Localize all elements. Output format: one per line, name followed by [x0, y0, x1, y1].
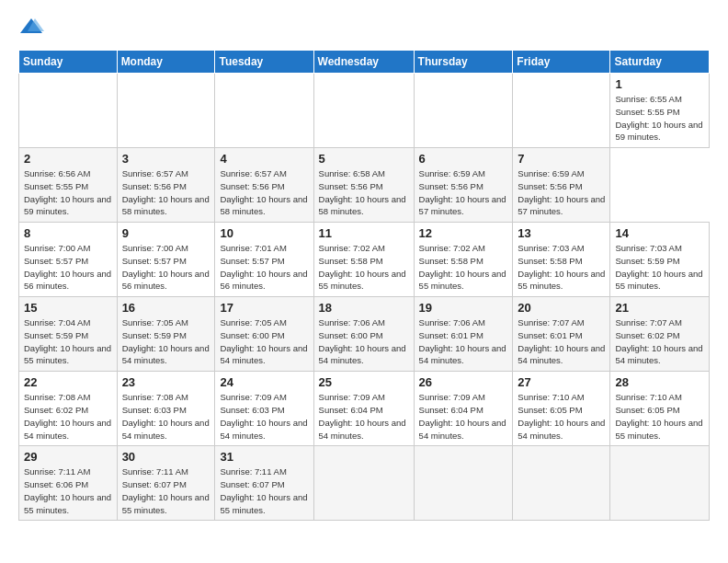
calendar-cell [414, 74, 513, 148]
day-number: 20 [518, 301, 605, 315]
day-number: 28 [615, 375, 704, 389]
header [18, 15, 710, 40]
calendar-cell [610, 446, 710, 521]
calendar-cell: 8Sunrise: 7:00 AMSunset: 5:57 PMDaylight… [19, 223, 118, 297]
day-info: Sunrise: 7:00 AMSunset: 5:57 PMDaylight:… [24, 242, 112, 293]
day-info: Sunrise: 7:09 AMSunset: 6:04 PMDaylight:… [319, 391, 409, 442]
day-info: Sunrise: 7:11 AMSunset: 6:06 PMDaylight:… [24, 465, 112, 516]
calendar-cell: 20Sunrise: 7:07 AMSunset: 6:01 PMDayligh… [513, 297, 610, 372]
day-number: 25 [319, 375, 409, 389]
calendar-header: SundayMondayTuesdayWednesdayThursdayFrid… [19, 51, 710, 74]
week-row-4: 22Sunrise: 7:08 AMSunset: 6:02 PMDayligh… [19, 372, 710, 446]
day-number: 4 [220, 152, 308, 166]
day-info: Sunrise: 6:57 AMSunset: 5:56 PMDaylight:… [220, 167, 308, 218]
day-number: 11 [319, 226, 409, 240]
day-number: 8 [24, 226, 112, 240]
day-info: Sunrise: 7:06 AMSunset: 6:01 PMDaylight:… [419, 316, 508, 367]
day-info: Sunrise: 7:03 AMSunset: 5:59 PMDaylight:… [615, 242, 704, 293]
calendar-cell: 27Sunrise: 7:10 AMSunset: 6:05 PMDayligh… [513, 372, 610, 446]
calendar-cell [313, 74, 414, 148]
day-info: Sunrise: 7:02 AMSunset: 5:58 PMDaylight:… [319, 242, 409, 293]
day-info: Sunrise: 7:10 AMSunset: 6:05 PMDaylight:… [518, 391, 605, 442]
header-day-friday: Friday [513, 51, 610, 74]
day-number: 22 [24, 375, 112, 389]
header-day-tuesday: Tuesday [215, 51, 313, 74]
calendar-cell: 10Sunrise: 7:01 AMSunset: 5:57 PMDayligh… [215, 223, 313, 297]
calendar-cell [513, 446, 610, 521]
calendar-table: SundayMondayTuesdayWednesdayThursdayFrid… [18, 50, 710, 521]
calendar-cell: 2Sunrise: 6:56 AMSunset: 5:55 PMDaylight… [19, 148, 118, 223]
day-number: 10 [220, 226, 308, 240]
header-day-thursday: Thursday [414, 51, 513, 74]
day-number: 12 [419, 226, 508, 240]
calendar-cell [414, 446, 513, 521]
header-day-wednesday: Wednesday [313, 51, 414, 74]
calendar-cell: 5Sunrise: 6:58 AMSunset: 5:56 PMDaylight… [313, 148, 414, 223]
calendar-cell: 14Sunrise: 7:03 AMSunset: 5:59 PMDayligh… [610, 223, 710, 297]
calendar-cell: 13Sunrise: 7:03 AMSunset: 5:58 PMDayligh… [513, 223, 610, 297]
day-number: 17 [220, 301, 308, 315]
day-number: 30 [122, 450, 210, 464]
day-number: 16 [122, 301, 210, 315]
header-row: SundayMondayTuesdayWednesdayThursdayFrid… [19, 51, 710, 74]
day-number: 2 [24, 152, 112, 166]
day-info: Sunrise: 7:05 AMSunset: 6:00 PMDaylight:… [220, 316, 308, 367]
day-info: Sunrise: 7:11 AMSunset: 6:07 PMDaylight:… [122, 465, 210, 516]
calendar-cell [19, 74, 118, 148]
day-number: 26 [419, 375, 508, 389]
day-info: Sunrise: 7:08 AMSunset: 6:02 PMDaylight:… [24, 391, 112, 442]
day-info: Sunrise: 7:05 AMSunset: 5:59 PMDaylight:… [122, 316, 210, 367]
calendar-cell: 23Sunrise: 7:08 AMSunset: 6:03 PMDayligh… [117, 372, 215, 446]
calendar-cell: 11Sunrise: 7:02 AMSunset: 5:58 PMDayligh… [313, 223, 414, 297]
calendar-cell: 30Sunrise: 7:11 AMSunset: 6:07 PMDayligh… [117, 446, 215, 521]
calendar-cell: 28Sunrise: 7:10 AMSunset: 6:05 PMDayligh… [610, 372, 710, 446]
day-number: 7 [518, 152, 605, 166]
day-number: 29 [24, 450, 112, 464]
calendar-cell: 1Sunrise: 6:55 AMSunset: 5:55 PMDaylight… [610, 74, 710, 148]
day-info: Sunrise: 6:57 AMSunset: 5:56 PMDaylight:… [122, 167, 210, 218]
day-number: 6 [419, 152, 508, 166]
calendar-cell: 16Sunrise: 7:05 AMSunset: 5:59 PMDayligh… [117, 297, 215, 372]
day-info: Sunrise: 6:59 AMSunset: 5:56 PMDaylight:… [518, 167, 605, 218]
header-day-saturday: Saturday [610, 51, 710, 74]
day-info: Sunrise: 7:09 AMSunset: 6:04 PMDaylight:… [419, 391, 508, 442]
calendar-cell: 18Sunrise: 7:06 AMSunset: 6:00 PMDayligh… [313, 297, 414, 372]
week-row-3: 15Sunrise: 7:04 AMSunset: 5:59 PMDayligh… [19, 297, 710, 372]
day-info: Sunrise: 7:03 AMSunset: 5:58 PMDaylight:… [518, 242, 605, 293]
calendar-cell [117, 74, 215, 148]
day-info: Sunrise: 6:56 AMSunset: 5:55 PMDaylight:… [24, 167, 112, 218]
day-info: Sunrise: 6:59 AMSunset: 5:56 PMDaylight:… [419, 167, 508, 218]
day-info: Sunrise: 7:01 AMSunset: 5:57 PMDaylight:… [220, 242, 308, 293]
calendar-cell: 6Sunrise: 6:59 AMSunset: 5:56 PMDaylight… [414, 148, 513, 223]
calendar-cell: 15Sunrise: 7:04 AMSunset: 5:59 PMDayligh… [19, 297, 118, 372]
day-number: 1 [615, 77, 704, 91]
calendar-cell: 19Sunrise: 7:06 AMSunset: 6:01 PMDayligh… [414, 297, 513, 372]
day-number: 31 [220, 450, 308, 464]
calendar-cell: 9Sunrise: 7:00 AMSunset: 5:57 PMDaylight… [117, 223, 215, 297]
calendar-cell: 17Sunrise: 7:05 AMSunset: 6:00 PMDayligh… [215, 297, 313, 372]
day-info: Sunrise: 7:07 AMSunset: 6:02 PMDaylight:… [615, 316, 704, 367]
header-day-sunday: Sunday [19, 51, 118, 74]
page: SundayMondayTuesdayWednesdayThursdayFrid… [0, 0, 728, 563]
day-number: 3 [122, 152, 210, 166]
day-number: 9 [122, 226, 210, 240]
week-row-5: 29Sunrise: 7:11 AMSunset: 6:06 PMDayligh… [19, 446, 710, 521]
week-row-1: 2Sunrise: 6:56 AMSunset: 5:55 PMDaylight… [19, 148, 710, 223]
calendar-cell: 7Sunrise: 6:59 AMSunset: 5:56 PMDaylight… [513, 148, 610, 223]
day-info: Sunrise: 7:11 AMSunset: 6:07 PMDaylight:… [220, 465, 308, 516]
day-number: 19 [419, 301, 508, 315]
day-info: Sunrise: 7:06 AMSunset: 6:00 PMDaylight:… [319, 316, 409, 367]
day-info: Sunrise: 7:10 AMSunset: 6:05 PMDaylight:… [615, 391, 704, 442]
calendar-cell: 12Sunrise: 7:02 AMSunset: 5:58 PMDayligh… [414, 223, 513, 297]
calendar-cell: 4Sunrise: 6:57 AMSunset: 5:56 PMDaylight… [215, 148, 313, 223]
logo-icon [18, 15, 44, 40]
day-info: Sunrise: 7:00 AMSunset: 5:57 PMDaylight:… [122, 242, 210, 293]
calendar-body: 1Sunrise: 6:55 AMSunset: 5:55 PMDaylight… [19, 74, 710, 521]
week-row-0: 1Sunrise: 6:55 AMSunset: 5:55 PMDaylight… [19, 74, 710, 148]
day-info: Sunrise: 7:09 AMSunset: 6:03 PMDaylight:… [220, 391, 308, 442]
day-number: 18 [319, 301, 409, 315]
calendar-cell: 25Sunrise: 7:09 AMSunset: 6:04 PMDayligh… [313, 372, 414, 446]
calendar-cell [215, 74, 313, 148]
day-number: 27 [518, 375, 605, 389]
calendar-cell: 22Sunrise: 7:08 AMSunset: 6:02 PMDayligh… [19, 372, 118, 446]
